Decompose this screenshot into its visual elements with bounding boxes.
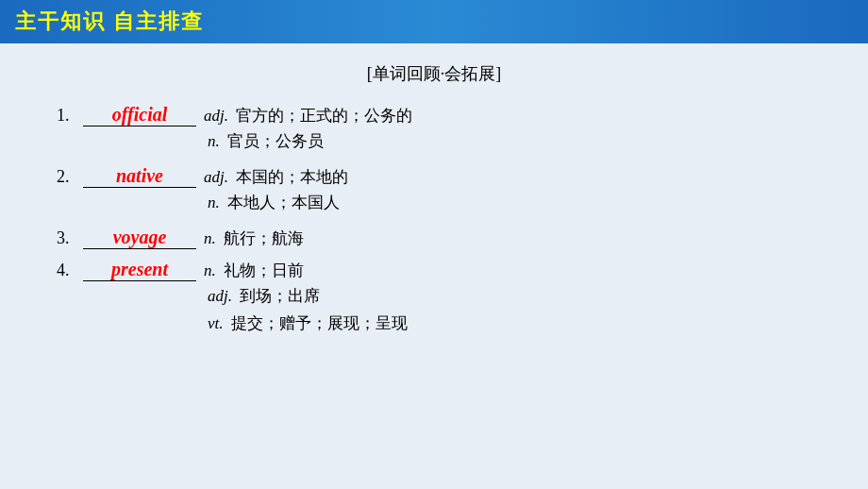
vocab-row-1-main: 1. official adj. 官方的；正式的；公务的 — [57, 104, 811, 126]
vocab-pos-4-1: adj. — [208, 287, 232, 306]
vocab-def-2-0: 本国的；本地的 — [236, 166, 348, 188]
vocab-def-1-1: 官员；公务员 — [227, 130, 324, 152]
vocab-row-1-sub: n. 官员；公务员 — [208, 130, 811, 152]
vocab-pos-4-2: vt. — [208, 314, 224, 333]
vocab-pos-4-0: n. — [204, 261, 216, 280]
vocab-def-3-0: 航行；航海 — [224, 228, 304, 249]
vocab-item-2: 2. native adj. 本国的；本地的 n. 本地人；本国人 — [57, 165, 811, 213]
main-content: [单词回顾·会拓展] 1. official adj. 官方的；正式的；公务的 … — [0, 43, 868, 361]
item-number-3: 3. — [57, 228, 83, 248]
vocab-pos-1-0: adj. — [204, 107, 228, 126]
vocab-row-4-sub2: vt. 提交；赠予；展现；呈现 — [208, 312, 811, 334]
vocab-item-1: 1. official adj. 官方的；正式的；公务的 n. 官员；公务员 — [57, 104, 811, 152]
vocab-item-4: 4. present n. 礼物；日前 adj. 到场；出席 vt. 提交；赠予… — [57, 259, 811, 334]
page-header: 主干知识 自主排查 — [0, 0, 868, 43]
vocab-def-4-0: 礼物；日前 — [224, 260, 304, 281]
vocab-pos-2-0: adj. — [204, 168, 228, 187]
vocab-row-4-sub1: adj. 到场；出席 — [208, 285, 811, 307]
vocab-def-4-1: 到场；出席 — [240, 285, 320, 307]
vocab-list: 1. official adj. 官方的；正式的；公务的 n. 官员；公务员 2… — [57, 104, 811, 334]
vocab-word-1: official — [83, 104, 196, 126]
item-number-1: 1. — [57, 106, 83, 126]
vocab-word-4: present — [83, 259, 196, 281]
vocab-word-3: voyage — [83, 227, 196, 249]
vocab-row-3-main: 3. voyage n. 航行；航海 — [57, 227, 811, 249]
vocab-item-3: 3. voyage n. 航行；航海 — [57, 227, 811, 249]
item-number-2: 2. — [57, 167, 83, 187]
vocab-row-2-sub: n. 本地人；本国人 — [208, 192, 811, 213]
vocab-pos-3-0: n. — [204, 229, 216, 248]
vocab-def-1-0: 官方的；正式的；公务的 — [236, 105, 412, 126]
vocab-def-4-2: 提交；赠予；展现；呈现 — [231, 312, 408, 334]
vocab-pos-2-1: n. — [208, 194, 220, 212]
item-number-4: 4. — [57, 261, 83, 280]
vocab-row-4-main: 4. present n. 礼物；日前 — [57, 259, 811, 281]
vocab-row-2-main: 2. native adj. 本国的；本地的 — [57, 165, 811, 188]
header-title: 主干知识 自主排查 — [15, 8, 204, 36]
vocab-word-2: native — [83, 165, 196, 188]
vocab-def-2-1: 本地人；本国人 — [227, 192, 340, 213]
section-title: [单词回顾·会拓展] — [57, 62, 811, 85]
vocab-pos-1-1: n. — [208, 132, 220, 151]
